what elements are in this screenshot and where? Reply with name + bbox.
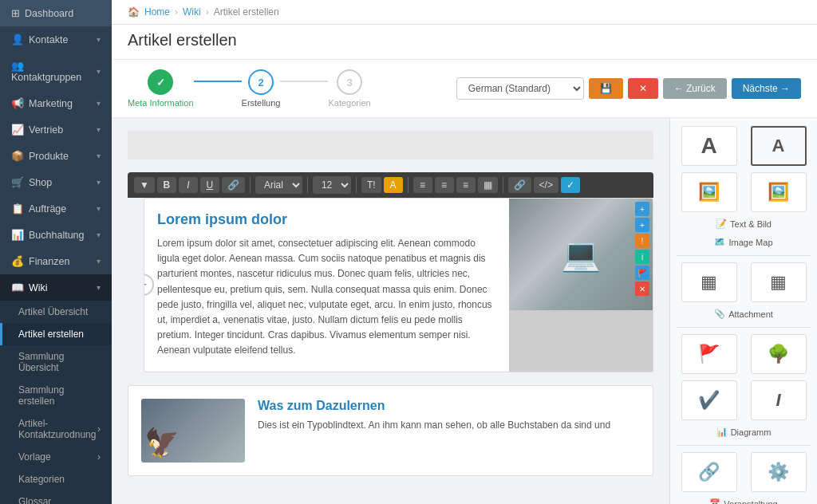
save-button[interactable]: 💾 [589, 78, 623, 99]
editor-toolbar-placeholder [128, 131, 653, 159]
panel-item-image1[interactable]: 🖼️ [681, 172, 737, 212]
rte-link-btn[interactable]: 🔗 [508, 177, 531, 193]
panel-label-attachment[interactable]: 📎 Attachment [677, 309, 811, 319]
panel-item-text-large[interactable]: A [681, 126, 737, 166]
chevron-down-icon: ▾ [97, 67, 101, 76]
block-1-image: 💻 + + ! i 🚩 ✕ [509, 199, 653, 372]
breadcrumb-sep: › [175, 6, 178, 18]
wizard-controls: German (Standard)EnglishFrench 💾 ✕ ← Zur… [456, 77, 801, 100]
editor-area: ▼ B I U 🔗 Arial 12 T! A ≡ ≡ ≡ ▦ 🔗 </> [112, 118, 669, 504]
sidebar-item-kategorien[interactable]: Kategorien [0, 468, 112, 490]
sidebar-item-dashboard[interactable]: ⊞Dashboard [0, 0, 112, 26]
block-1-text[interactable]: Lorem ipsum dolor Lorem ipsum dolor sit … [144, 199, 509, 372]
step-line-1 [194, 81, 242, 82]
step-circle-kategorien: 3 [337, 69, 362, 95]
delete-icon: ✕ [639, 83, 647, 94]
shop-icon: 🛒 [11, 176, 24, 188]
sidebar-item-marketing[interactable]: 📢Marketing ▾ [0, 90, 112, 116]
side-btn-warning[interactable]: ! [635, 234, 649, 248]
block-2-image: 🦅 [141, 399, 245, 463]
rte-style-btn[interactable]: T! [361, 177, 381, 193]
side-btn-add2[interactable]: + [635, 218, 649, 232]
finanzen-icon: 💰 [11, 255, 24, 267]
rte-font-select[interactable]: Arial [255, 176, 302, 194]
sidebar-item-produkte[interactable]: 📦Produkte ▾ [0, 143, 112, 169]
step-erstellung: 2 Erstellung [242, 69, 281, 108]
panel-item-table2[interactable]: ▦ [751, 262, 807, 302]
sidebar-item-vertrieb[interactable]: 📈Vertrieb ▾ [0, 116, 112, 143]
rte-format-btn[interactable]: 🔗 [222, 177, 245, 193]
rte-ol-btn[interactable]: ≡ [435, 177, 454, 193]
panel-row-1: A A [677, 126, 811, 166]
rte-dropdown-btn[interactable]: ▼ [134, 177, 155, 193]
panel-label-diagramm[interactable]: 📊 Diagramm [677, 427, 811, 437]
panel-item-link[interactable]: 🔗 [681, 452, 737, 492]
rte-align-btn[interactable]: ≡ [456, 177, 476, 193]
page-title: Artikel erstellen [128, 31, 801, 49]
panel-item-text-outlined[interactable]: A [751, 126, 807, 166]
rte-size-select[interactable]: 12 [313, 176, 351, 194]
step-meta: ✓ Meta Information [128, 69, 194, 108]
panel-item-image2[interactable]: 🖼️ [751, 172, 807, 212]
panel-item-org[interactable]: 🌳 [751, 334, 807, 374]
panel-item-flag[interactable]: 🚩 [681, 334, 737, 374]
back-button[interactable]: ← Zurück [663, 78, 727, 99]
panel-item-check[interactable]: ✔️ [681, 380, 737, 420]
rte-toolbar[interactable]: ▼ B I U 🔗 Arial 12 T! A ≡ ≡ ≡ ▦ 🔗 </> [128, 172, 653, 198]
panel-label-text-bild[interactable]: 📝 Text & Bild [677, 219, 811, 229]
side-btn-add[interactable]: + [635, 202, 649, 216]
side-btn-flag[interactable]: 🚩 [635, 266, 649, 280]
breadcrumb-sep2: › [206, 6, 209, 18]
sidebar-item-artikel-erstellen[interactable]: Artikel erstellen [0, 323, 112, 345]
panel-item-settings[interactable]: ⚙️ [751, 452, 807, 492]
block-2-text[interactable]: Was zum Dazulernen Dies ist ein Typoblin… [258, 399, 610, 463]
step-kategorien: 3 Kategorien [328, 69, 370, 108]
breadcrumb-home[interactable]: Home [144, 6, 170, 18]
language-select[interactable]: German (Standard)EnglishFrench [456, 77, 584, 100]
side-controls: + + ! i 🚩 ✕ [632, 199, 653, 299]
save-icon: 💾 [600, 83, 612, 94]
rte-table-btn[interactable]: ▦ [478, 177, 498, 193]
editor-block-2: 🦅 Was zum Dazulernen Dies ist ein Typobl… [128, 385, 653, 476]
sidebar-item-kontakte[interactable]: 👤Kontakte ▾ [0, 26, 112, 53]
block-1-content: Lorem ipsum dolor Lorem ipsum dolor sit … [144, 199, 653, 372]
image-map-icon: 🗺️ [714, 237, 725, 247]
sidebar-item-wiki[interactable]: 📖Wiki ▾ [0, 274, 112, 301]
sidebar-item-vorlage[interactable]: Vorlage› [0, 446, 112, 468]
panel-label-image-map[interactable]: 🗺️ Image Map [677, 237, 811, 247]
panel-item-cursor[interactable]: I [751, 380, 807, 420]
wiki-submenu: Artikel Übersicht Artikel erstellen Samm… [0, 301, 112, 504]
panel-row-4: 🚩 🌳 [677, 334, 811, 374]
rte-underline-btn[interactable]: U [200, 177, 219, 193]
panel-label-veranstaltung[interactable]: 📅 Veranstaltung [677, 498, 811, 504]
rte-confirm-btn[interactable]: ✓ [561, 177, 580, 193]
rte-code-btn[interactable]: </> [534, 177, 558, 193]
sidebar-item-artikel-kontaktzurodnung[interactable]: Artikel-Kontaktzurodnung› [0, 412, 112, 446]
sidebar-item-sammlung-erstellen[interactable]: Sammlung erstellen [0, 379, 112, 412]
sidebar-item-auftraege[interactable]: 📋Aufträge ▾ [0, 195, 112, 222]
side-btn-delete[interactable]: ✕ [635, 282, 649, 296]
panel-divider-1 [677, 255, 811, 256]
sidebar-item-glossar[interactable]: Glossar [0, 490, 112, 504]
breadcrumb-wiki[interactable]: Wiki [183, 6, 201, 18]
rte-color-btn[interactable]: A [384, 177, 403, 193]
sidebar-item-finanzen[interactable]: 💰Finanzen ▾ [0, 248, 112, 274]
side-btn-info[interactable]: i [635, 250, 649, 264]
home-icon: 🏠 [128, 6, 140, 18]
next-button[interactable]: Nächste → [732, 78, 801, 99]
sidebar-item-buchhaltung[interactable]: 📊Buchhaltung ▾ [0, 222, 112, 248]
veranstaltung-icon: 📅 [709, 498, 720, 504]
chevron-down-icon: ▾ [97, 152, 101, 160]
sidebar-item-artikel-uebersicht[interactable]: Artikel Übersicht [0, 301, 112, 323]
rte-bold-btn[interactable]: B [157, 177, 176, 193]
sidebar-item-shop[interactable]: 🛒Shop ▾ [0, 169, 112, 195]
sidebar-item-kontaktgruppen[interactable]: 👥Kontaktgruppen ▾ [0, 53, 112, 90]
rte-ul-btn[interactable]: ≡ [413, 177, 432, 193]
sidebar-item-sammlung-uebersicht[interactable]: Sammlung Übersicht [0, 345, 112, 379]
produkte-icon: 📦 [11, 150, 24, 162]
panel-row-5: ✔️ I [677, 380, 811, 420]
delete-button[interactable]: ✕ [628, 78, 658, 99]
rte-italic-btn[interactable]: I [179, 177, 198, 193]
panel-item-table1[interactable]: ▦ [681, 262, 737, 302]
chevron-down-icon: ▾ [97, 257, 101, 266]
